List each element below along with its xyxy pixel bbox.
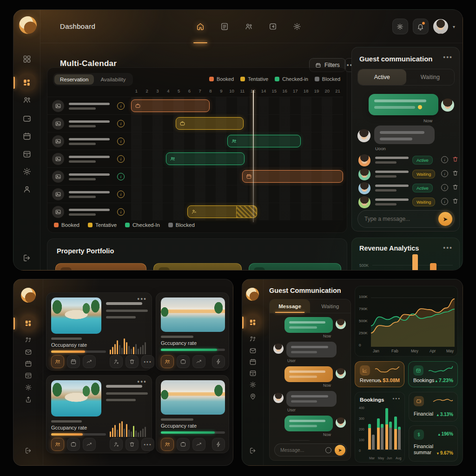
sidebar-item-overview[interactable] — [22, 54, 32, 64]
sidebar-item-calendar[interactable] — [22, 132, 32, 141]
trend-button[interactable] — [83, 438, 96, 451]
reservation-bar[interactable] — [176, 117, 244, 130]
send-icon[interactable]: ➤ — [335, 445, 345, 456]
nav-guests-icon[interactable] — [244, 10, 253, 43]
guests-button[interactable] — [161, 438, 174, 451]
guest-comm-more-button[interactable]: ••• — [443, 55, 453, 60]
more-button[interactable]: ••• — [141, 438, 154, 451]
info-icon[interactable]: i — [117, 120, 125, 127]
assign-user-button[interactable] — [110, 355, 123, 368]
header-settings-button[interactable] — [392, 19, 408, 34]
sidebar-item-settings[interactable] — [22, 167, 32, 176]
delete-button[interactable] — [126, 438, 139, 451]
info-icon[interactable]: i — [441, 156, 448, 163]
message-input[interactable] — [364, 211, 430, 227]
portfolio-card-orange[interactable] — [55, 263, 146, 271]
sidebar-item-calendar[interactable] — [24, 360, 32, 368]
sidebar-item-overview[interactable] — [249, 335, 257, 343]
trend-button[interactable] — [83, 355, 96, 368]
sidebar-item-dashboard-active[interactable] — [19, 74, 35, 91]
trend-button[interactable] — [192, 438, 205, 451]
tab-waiting[interactable]: Waiting — [310, 299, 350, 313]
sidebar-item-dashboard-active[interactable] — [21, 316, 36, 331]
financial-stat-card[interactable]: Financial ▴ 3.13% — [409, 392, 458, 422]
trash-icon[interactable] — [452, 170, 459, 177]
info-icon[interactable]: i — [117, 191, 125, 198]
reservation-bar[interactable] — [227, 135, 300, 147]
tab-active[interactable]: Active — [358, 69, 406, 85]
bookings-more-button[interactable]: ••• — [392, 396, 401, 401]
sidebar-item-dashboard-active[interactable] — [245, 315, 260, 330]
sidebar-item-bookings-calendar[interactable] — [24, 371, 32, 379]
sidebar-item-settings[interactable] — [249, 381, 257, 389]
tab-message[interactable]: Message — [270, 299, 310, 313]
guests-button[interactable] — [51, 438, 64, 451]
trash-icon[interactable] — [452, 184, 459, 191]
info-icon[interactable]: i — [117, 155, 125, 163]
sidebar-item-calendar[interactable] — [249, 358, 257, 366]
info-icon[interactable]: i — [117, 138, 125, 145]
chat-input[interactable] — [280, 444, 323, 456]
calendar-button[interactable] — [67, 355, 80, 368]
contact-row[interactable]: Activei — [352, 153, 459, 167]
contact-row[interactable]: Waitingi — [352, 195, 459, 209]
calendar-button[interactable] — [67, 438, 80, 451]
card-more-button[interactable]: ••• — [137, 297, 147, 301]
info-icon[interactable]: i — [117, 173, 125, 180]
calendar-button[interactable] — [177, 355, 190, 368]
send-icon[interactable]: ➤ — [438, 212, 452, 226]
contact-row[interactable]: Waitingi — [352, 167, 459, 181]
trend-button[interactable] — [192, 355, 205, 368]
spark-button[interactable] — [212, 355, 225, 368]
nav-home-icon[interactable] — [196, 10, 205, 43]
spark-button[interactable] — [212, 438, 225, 451]
nav-notes-icon[interactable] — [220, 10, 229, 43]
trash-icon[interactable] — [452, 156, 459, 163]
tab-reservation[interactable]: Reservation — [54, 74, 94, 85]
sidebar-item-wallet[interactable] — [22, 114, 32, 123]
sidebar-item-bookings-calendar[interactable] — [22, 149, 32, 159]
notifications-button[interactable] — [413, 19, 429, 34]
info-icon[interactable]: i — [441, 170, 448, 177]
chevron-down-icon[interactable]: ▾ — [453, 24, 455, 29]
more-button[interactable]: ••• — [141, 355, 154, 368]
card-more-button[interactable]: ••• — [137, 379, 147, 384]
tab-waiting[interactable]: Waiting — [406, 69, 455, 85]
user-avatar[interactable] — [433, 19, 448, 34]
bookings-stat-card[interactable]: Bookings ▴ 7.23% — [408, 361, 458, 387]
reservation-bar[interactable] — [242, 170, 343, 183]
property-card[interactable]: Gccupancy rate — [156, 375, 229, 453]
sidebar-item-logout[interactable] — [22, 253, 32, 263]
info-icon[interactable]: i — [117, 102, 125, 110]
sidebar-item-location[interactable] — [249, 392, 257, 400]
nav-media-icon[interactable] — [268, 10, 278, 43]
financial-summary-card[interactable]: ▴ 196% Financial summar ▾ 9.67% — [409, 425, 458, 462]
sidebar-item-inbox[interactable] — [24, 348, 32, 356]
portfolio-card-green[interactable] — [249, 263, 341, 271]
sidebar-item-share[interactable] — [24, 396, 32, 403]
sidebar-item-overview[interactable] — [24, 336, 32, 344]
sidebar-item-guests[interactable] — [22, 95, 32, 105]
info-icon[interactable]: i — [441, 198, 448, 205]
reservation-bar[interactable] — [187, 205, 257, 218]
guests-button[interactable] — [161, 355, 174, 368]
property-card[interactable]: ••• Occupansy rate ••• — [46, 292, 152, 370]
emoji-icon[interactable] — [325, 447, 331, 453]
info-icon[interactable]: i — [117, 208, 125, 216]
reservation-bar[interactable] — [166, 152, 245, 165]
guests-button[interactable] — [51, 355, 64, 368]
sidebar-item-bookings-calendar[interactable] — [249, 369, 257, 377]
delete-button[interactable] — [126, 355, 139, 368]
sidebar-item-profile[interactable] — [22, 185, 32, 194]
sidebar-item-inbox[interactable] — [249, 347, 257, 355]
property-card[interactable]: ••• Gccupancy rate ••• — [46, 375, 152, 453]
nav-settings-icon[interactable] — [292, 10, 302, 43]
property-card[interactable]: Gccupancy rate — [156, 292, 229, 370]
trash-icon[interactable] — [452, 198, 459, 205]
reservation-bar[interactable] — [131, 99, 210, 112]
sidebar-item-settings[interactable] — [24, 383, 32, 391]
contact-row[interactable]: Activei — [352, 181, 459, 195]
revenue-more-button[interactable]: ••• — [443, 245, 453, 250]
revenue-stat-card[interactable]: Revenue ▴ $3.08M — [355, 361, 404, 387]
assign-user-button[interactable] — [110, 438, 123, 451]
